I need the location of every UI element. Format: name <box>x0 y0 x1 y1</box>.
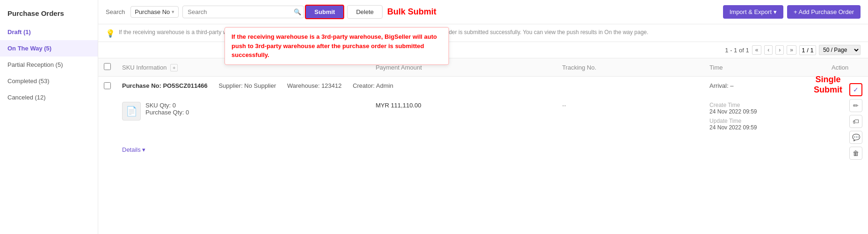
import-export-button[interactable]: Import & Export ▾ <box>723 5 783 19</box>
main-content: Search Purchase No ▾ 🔍 Submit Delete Bul… <box>98 0 868 234</box>
details-link[interactable]: Details ▾ <box>122 146 145 153</box>
creator-info: Creator: Admin <box>353 82 393 89</box>
purchase-qty: Purchase Qty: 0 <box>145 109 189 116</box>
sidebar-item-partial-reception[interactable]: Partial Reception (5) <box>0 57 98 73</box>
bulk-submit-annotation: Bulk Submit <box>387 7 436 17</box>
add-col-icon[interactable]: + <box>170 64 178 71</box>
prev-page-button[interactable]: ‹ <box>764 45 773 55</box>
tracking-no: -- <box>562 102 566 109</box>
sidebar: Purchase Orders Draft (1) On The Way (5)… <box>0 0 98 234</box>
delete-row-icon[interactable]: 🗑 <box>849 147 862 160</box>
tag-icon[interactable]: 🏷 <box>849 115 862 128</box>
purchase-no-select[interactable]: Purchase No ▾ <box>130 6 179 18</box>
update-time-value: 24 Nov 2022 09:59 <box>709 124 820 131</box>
supplier-info: Supplier: No Supplier <box>218 82 276 89</box>
next-page-button[interactable]: › <box>775 45 784 55</box>
first-page-button[interactable]: « <box>752 45 762 55</box>
edit-icon[interactable]: ✏ <box>849 99 862 112</box>
add-purchase-order-button[interactable]: + Add Purchase Order <box>787 5 861 19</box>
delete-button[interactable]: Delete <box>347 5 383 19</box>
col-action: Action <box>826 58 868 77</box>
per-page-select[interactable]: 50 / Page 100 / Page <box>819 45 861 55</box>
warehouse-info: Warehouse: 123412 <box>287 82 342 89</box>
submit-single-icon[interactable]: ✓ <box>849 83 862 96</box>
purchase-number: Purchase No: PO5SCZ011466 <box>122 82 208 89</box>
message-icon[interactable]: 💬 <box>849 131 862 144</box>
sidebar-item-completed[interactable]: Completed (53) <box>0 73 98 89</box>
col-time: Time <box>704 58 826 77</box>
sku-qty: SKU Qty: 0 <box>145 102 189 109</box>
page-input[interactable] <box>799 45 816 55</box>
chevron-down-icon: ▾ <box>774 8 777 15</box>
last-page-button[interactable]: » <box>787 45 796 55</box>
payment-amount: MYR 111,110.00 <box>376 102 421 109</box>
create-time-value: 24 Nov 2022 09:59 <box>709 108 820 115</box>
update-time-label: Update Time <box>709 118 820 124</box>
table-row-details: Details ▾ <box>98 142 868 163</box>
tooltip-overlay: If the receiving warehouse is a 3rd-part… <box>224 27 449 65</box>
sku-image: 📄 <box>122 102 141 121</box>
bulk-submit-button[interactable]: Submit <box>305 5 344 19</box>
sidebar-title: Purchase Orders <box>0 5 98 24</box>
arrival-info: Arrival: – <box>709 82 733 89</box>
table-row: Purchase No: PO5SCZ011466 Supplier: No S… <box>98 77 868 101</box>
pagination-bar: 1 - 1 of 1 « ‹ › » 50 / Page 100 / Page <box>98 42 868 58</box>
pagination-range: 1 - 1 of 1 <box>725 47 749 54</box>
info-icon: 💡 <box>106 29 115 38</box>
sidebar-item-draft[interactable]: Draft (1) <box>0 24 98 40</box>
sidebar-item-canceled[interactable]: Canceled (12) <box>0 89 98 106</box>
select-all-checkbox[interactable] <box>104 63 111 70</box>
search-input[interactable] <box>182 6 304 18</box>
sidebar-item-on-the-way[interactable]: On The Way (5) <box>0 40 98 57</box>
purchase-orders-table: SKU Information + Payment Amount Trackin… <box>98 58 868 163</box>
row-checkbox[interactable] <box>104 82 111 89</box>
chevron-down-icon: ▾ <box>142 146 145 153</box>
single-submit-annotation: Single Submit <box>814 75 842 95</box>
document-icon: 📄 <box>126 106 137 117</box>
search-label: Search <box>106 8 125 15</box>
col-tracking: Tracking No. <box>557 58 704 77</box>
create-time-label: Create Time <box>709 102 820 108</box>
info-banner: 💡 If the receiving warehouse is a third-… <box>98 24 868 42</box>
search-icon[interactable]: 🔍 <box>294 8 301 15</box>
toolbar: Search Purchase No ▾ 🔍 Submit Delete Bul… <box>98 0 868 24</box>
import-export-label: Import & Export <box>730 8 772 15</box>
col-sku-label: SKU Information <box>122 64 166 71</box>
chevron-down-icon: ▾ <box>172 9 174 15</box>
table-row-detail: 📄 SKU Qty: 0 Purchase Qty: 0 MYR 111,110… <box>98 101 868 143</box>
purchase-no-label: Purchase No <box>135 8 170 15</box>
table-container: SKU Information + Payment Amount Trackin… <box>98 58 868 234</box>
tooltip-text: If the receiving warehouse is a 3rd-part… <box>231 33 437 58</box>
